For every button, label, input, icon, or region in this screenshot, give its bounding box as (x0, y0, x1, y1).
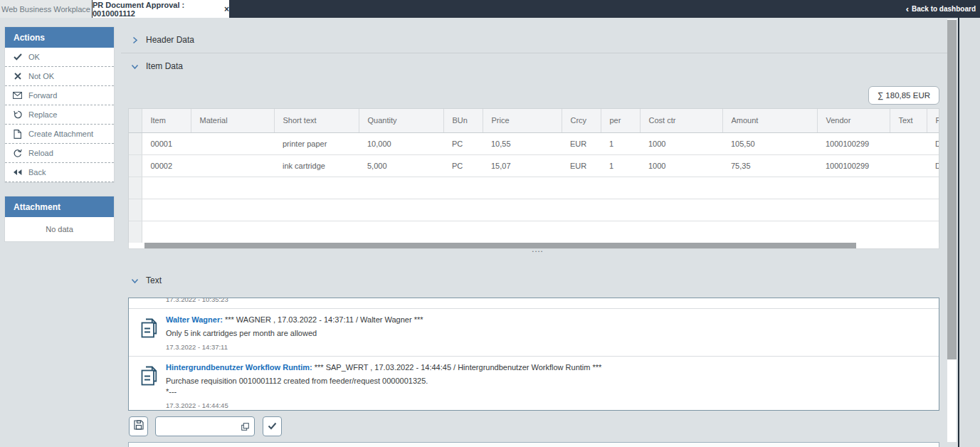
action-not-ok[interactable]: Not OK (5, 67, 114, 86)
cell-bun: PC (443, 154, 483, 177)
action-reload[interactable]: Reload (5, 144, 114, 163)
cell-text (890, 132, 927, 154)
column-header-plnt[interactable]: Plnt (927, 109, 939, 132)
cell-crcy: EUR (562, 154, 601, 177)
action-label: Back (28, 168, 46, 177)
back-to-dashboard-link[interactable]: ‹ Back to dashboard (906, 0, 976, 18)
log-body-line: Purchase requisition 0010001112 created … (166, 377, 927, 386)
note-input[interactable] (156, 419, 238, 434)
log-meta: *** WAGNER , 17.03.2022 - 14:37:11 / Wal… (223, 315, 423, 324)
action-label: Reload (28, 149, 53, 157)
column-header-vendor[interactable]: Vendor (817, 109, 890, 132)
save-icon (134, 420, 144, 433)
empty-cell (142, 221, 939, 243)
item-table-container: ItemMaterialShort textQuantityBUnPriceCr… (128, 108, 939, 243)
cell-vendor: 1000100299 (817, 132, 890, 154)
sidebar: Actions OKNot OKForwardReplaceCreate Att… (5, 27, 114, 241)
actions-list: OKNot OKForwardReplaceCreate AttachmentR… (5, 48, 114, 182)
log-author-link[interactable]: Walter Wagner: (166, 315, 223, 324)
cell-amount: 105,50 (722, 132, 817, 154)
attachment-panel-header: Attachment (5, 196, 114, 217)
column-header-crcy[interactable]: Crcy (562, 109, 601, 132)
action-forward[interactable]: Forward (5, 86, 114, 105)
cell-per: 1 (601, 154, 640, 177)
cell-item: 00001 (142, 132, 191, 154)
section-header-data[interactable]: Header Data (121, 27, 947, 53)
rewind-icon (12, 169, 23, 176)
document-text-icon (141, 318, 157, 341)
column-header-per[interactable]: per (601, 109, 640, 132)
horizontal-scrollbar-thumb[interactable] (144, 243, 856, 248)
table-row[interactable]: 00002ink cartridge5,000PC15,07EUR1100075… (129, 154, 939, 177)
main-scrollbar-track[interactable] (947, 19, 957, 442)
action-create-attachment[interactable]: Create Attachment (5, 125, 114, 144)
column-header-cost-ctr[interactable]: Cost ctr (640, 109, 722, 132)
action-replace[interactable]: Replace (5, 105, 114, 125)
action-label: OK (28, 53, 40, 61)
tab-label: PR Document Approval : 0010001112 (93, 1, 220, 18)
cell-plnt: DE (927, 132, 939, 154)
splitter-grip[interactable]: •••• (527, 249, 549, 254)
check-icon (12, 53, 23, 61)
column-header-amount[interactable]: Amount (722, 109, 817, 132)
action-back[interactable]: Back (5, 163, 114, 182)
column-header-bun[interactable]: BUn (443, 109, 483, 132)
table-row[interactable]: 00001printer paper10,000PC10,55EUR110001… (129, 132, 939, 154)
main-scrollbar-thumb[interactable] (947, 20, 957, 359)
log-entry: Walter Wagner: *** WAGNER , 17.03.2022 -… (129, 309, 939, 356)
bottom-panel-edge (128, 442, 939, 447)
log-entries: Walter Wagner: *** WAGNER , 17.03.2022 -… (129, 309, 939, 411)
attachment-panel-title: Attachment (14, 202, 60, 212)
tab-web-business-workplace[interactable]: Web Business Workplace (0, 0, 92, 18)
value-help-icon[interactable] (238, 423, 251, 431)
close-icon[interactable]: × (224, 5, 229, 14)
empty-table-row (129, 199, 939, 221)
cell-amount: 75,35 (722, 154, 817, 177)
tab-pr-document-approval[interactable]: PR Document Approval : 0010001112 × (93, 0, 229, 18)
cell-short-text: printer paper (274, 132, 359, 154)
select-all-cell[interactable] (129, 109, 142, 132)
column-header-text[interactable]: Text (890, 109, 927, 132)
tab-label: Web Business Workplace (1, 5, 90, 14)
right-edge-strip (959, 18, 980, 447)
cell-bun: PC (443, 132, 483, 154)
cell-crcy: EUR (562, 132, 601, 154)
attachment-panel: Attachment No data (5, 196, 114, 241)
actions-panel-title: Actions (14, 33, 45, 43)
log-entry: Hintergrundbenutzer Workflow Runtim: ***… (129, 356, 939, 411)
log-body-line: Only 5 ink cartridges per month are allo… (166, 329, 927, 338)
cell-item: 00002 (142, 154, 191, 177)
column-header-material[interactable]: Material (191, 109, 274, 132)
actions-panel: Actions OKNot OKForwardReplaceCreate Att… (5, 27, 114, 182)
log-author-link[interactable]: Hintergrundbenutzer Workflow Runtim: (166, 363, 312, 372)
column-header-short-text[interactable]: Short text (274, 109, 359, 132)
refresh-icon (12, 149, 23, 157)
sum-total-badge[interactable]: ∑ 180,85 EUR (868, 86, 939, 105)
empty-cell (142, 199, 939, 221)
section-item-data[interactable]: Item Data (121, 54, 947, 78)
empty-table-row (129, 177, 939, 199)
cell-cost-ctr: 1000 (640, 154, 722, 177)
save-note-button[interactable] (129, 416, 148, 436)
empty-table-row (129, 221, 939, 243)
document-text-icon (141, 366, 157, 389)
action-label: Forward (28, 91, 57, 100)
row-selector (129, 221, 142, 243)
cell-cost-ctr: 1000 (640, 132, 722, 154)
row-selector[interactable] (129, 154, 142, 177)
log-entry-title: Hintergrundbenutzer Workflow Runtim: ***… (166, 363, 927, 372)
log-timestamp: 17.3.2022 - 14:37:11 (166, 343, 927, 351)
column-header-quantity[interactable]: Quantity (359, 109, 443, 132)
section-text[interactable]: Text (121, 268, 947, 293)
column-header-item[interactable]: Item (142, 109, 191, 132)
action-ok[interactable]: OK (5, 48, 114, 67)
row-selector[interactable] (129, 132, 142, 154)
log-body-line: *--- (166, 387, 927, 396)
column-header-price[interactable]: Price (483, 109, 562, 132)
action-label: Not OK (28, 72, 54, 80)
table-horizontal-scrollbar[interactable] (128, 243, 939, 249)
row-selector (129, 199, 142, 221)
confirm-note-button[interactable] (263, 416, 282, 436)
topbar: Web Business Workplace PR Document Appro… (0, 0, 980, 18)
cell-quantity: 10,000 (359, 132, 443, 154)
